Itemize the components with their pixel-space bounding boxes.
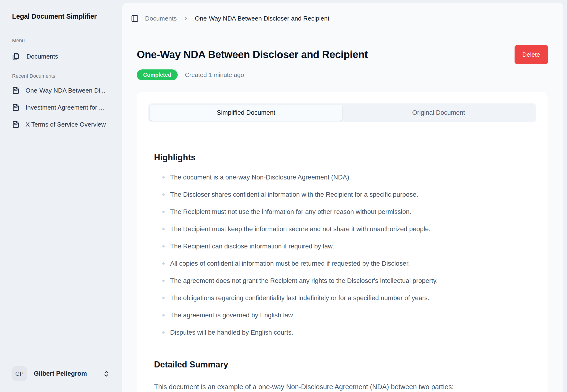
highlight-item: The agreement does not grant the Recipie… [154, 277, 473, 285]
tab-document-view[interactable]: Simplified Document [150, 105, 342, 121]
user-menu-button[interactable]: GP Gilbert Pellegrom [12, 366, 110, 381]
sidebar: Legal Document Simplifier Menu Documents… [0, 0, 122, 392]
files-icon [12, 53, 20, 60]
simplified-document-content: Highlights The document is a one-way Non… [148, 122, 479, 392]
highlight-item: The obligations regarding confidentialit… [154, 294, 473, 302]
document-tabs: Simplified Document Original Document [148, 103, 536, 122]
highlight-item: The Discloser shares confidential inform… [154, 191, 473, 198]
recent-document-item[interactable]: X Terms of Service Overview [12, 119, 110, 130]
recent-documents-list: One-Way NDA Between Di... Investment Agr… [12, 84, 110, 130]
breadcrumb-documents-link[interactable]: Documents [145, 15, 177, 22]
sidebar-item-label: Documents [27, 53, 58, 60]
menu-section-label: Menu [12, 38, 110, 43]
file-text-icon [12, 104, 20, 111]
breadcrumb-current-page: One-Way NDA Between Discloser and Recipi… [195, 15, 329, 22]
delete-button[interactable]: Delete [515, 45, 548, 64]
detailed-summary-text: This document is an example of a one-way… [154, 380, 464, 392]
recent-document-item[interactable]: Investment Agreement for ... [12, 101, 110, 113]
highlight-item: The Recipient must keep the information … [154, 225, 473, 233]
status-badge: Completed [137, 70, 178, 80]
breadcrumb: Documents One-Way NDA Between Discloser … [145, 15, 329, 22]
menu-list: Documents [12, 51, 110, 62]
recent-document-label: Investment Agreement for ... [26, 104, 104, 111]
highlight-item: The document is a one-way Non-Disclosure… [154, 174, 473, 181]
chevrons-up-down-icon [103, 370, 110, 377]
page-title: One-Way NDA Between Discloser and Recipi… [137, 49, 368, 60]
panel-left-icon [131, 15, 139, 22]
user-name: Gilbert Pellegrom [34, 370, 96, 377]
recent-document-item[interactable]: One-Way NDA Between Di... [12, 84, 110, 96]
document-card: Simplified Document Original Document Hi… [137, 92, 548, 392]
page-body: One-Way NDA Between Discloser and Recipi… [122, 34, 564, 392]
recent-document-label: X Terms of Service Overview [26, 121, 106, 128]
highlights-heading: Highlights [154, 153, 473, 162]
highlights-list: The document is a one-way Non-Disclosure… [154, 174, 473, 336]
highlight-item: The agreement is governed by English law… [154, 311, 473, 319]
file-text-icon [12, 121, 20, 128]
file-text-icon [12, 87, 20, 94]
detailed-summary-heading: Detailed Summary [154, 360, 473, 369]
breadcrumb-bar: Documents One-Way NDA Between Discloser … [122, 3, 564, 34]
highlight-item: The Recipient must not use the informati… [154, 208, 473, 216]
highlight-item: All copies of confidential information m… [154, 260, 473, 267]
highlight-item: The Recipient can disclose information i… [154, 242, 473, 250]
tab-label: Simplified Document [217, 109, 275, 116]
recent-section-label: Recent Documents [12, 73, 110, 79]
avatar: GP [12, 366, 27, 381]
tab-label: Original Document [412, 109, 465, 116]
chevron-right-icon [183, 16, 188, 21]
title-row: One-Way NDA Between Discloser and Recipi… [137, 49, 548, 64]
main-panel: Documents One-Way NDA Between Discloser … [122, 3, 564, 392]
created-timestamp: Created 1 minute ago [185, 71, 244, 79]
meta-row: Completed Created 1 minute ago [137, 70, 548, 80]
tab-document-view[interactable]: Original Document [342, 105, 535, 121]
app-title: Legal Document Simplifier [12, 12, 110, 20]
highlight-item: Disputes will be handled by English cour… [154, 329, 473, 336]
recent-document-label: One-Way NDA Between Di... [26, 87, 105, 94]
sidebar-toggle-button[interactable] [131, 15, 139, 22]
sidebar-spacer [12, 130, 110, 366]
sidebar-item-documents[interactable]: Documents [12, 51, 110, 62]
